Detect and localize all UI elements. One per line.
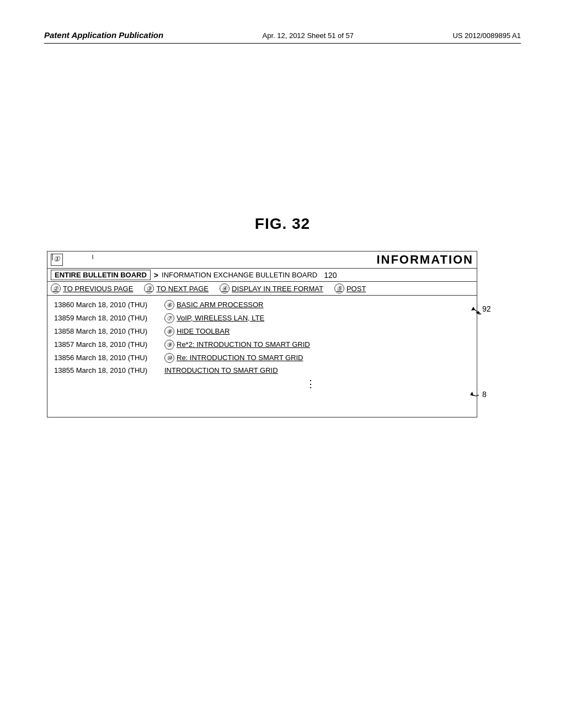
item-title-2: VoIP, WIRELESS LAN, LTE — [177, 314, 264, 322]
entire-bulletin-board-button[interactable]: ENTIRE BULLETIN BOARD — [51, 270, 151, 280]
list-item: 13859 March 18, 2010 (THU) ⑦ VoIP, WIREL… — [54, 313, 470, 323]
toolbar-post-label: POST — [347, 285, 366, 293]
toolbar-num-2: ② — [51, 283, 61, 293]
list-item: 13856 March 18, 2010 (THU) ⑩ Re: INTRODU… — [54, 353, 470, 363]
nav-icon-1[interactable]: ① — [51, 254, 63, 266]
patent-number: US 2012/0089895 A1 — [452, 31, 521, 40]
item-link-5[interactable]: ⑩ Re: INTRODUCTION TO SMART GRID — [164, 353, 303, 363]
item-date-1: 13860 March 18, 2010 (THU) — [54, 301, 164, 309]
item-num-9: ⑨ — [164, 340, 174, 350]
item-title-1: BASIC ARM PROCESSOR — [177, 301, 263, 309]
toolbar-row: ② TO PREVIOUS PAGE ③ TO NEXT PAGE ④ DISP… — [47, 282, 477, 296]
ellipsis-indicator: ⋮ — [54, 378, 470, 390]
item-link-1[interactable]: ⑥ BASIC ARM PROCESSOR — [164, 300, 263, 310]
item-date-5: 13856 March 18, 2010 (THU) — [54, 354, 164, 362]
item-num-6: ⑥ — [164, 300, 174, 310]
toolbar-prev-label: TO PREVIOUS PAGE — [63, 285, 133, 293]
item-link-3[interactable]: ⑧ HIDE TOOLBAR — [164, 326, 230, 336]
toolbar-num-3: ③ — [144, 283, 154, 293]
toolbar-tree-label: DISPLAY IN TREE FORMAT — [232, 285, 323, 293]
svg-text:8: 8 — [482, 390, 487, 399]
item-date-3: 13858 March 18, 2010 (THU) — [54, 327, 164, 335]
breadcrumb-separator: > — [154, 271, 158, 280]
ui-diagram-box: ① INFORMATION ENTIRE BULLETIN BOARD > IN… — [47, 251, 477, 417]
item-date-2: 13859 March 18, 2010 (THU) — [54, 314, 164, 322]
item-title-3: HIDE TOOLBAR — [177, 327, 230, 335]
toolbar-tree-format[interactable]: ④ DISPLAY IN TREE FORMAT — [220, 283, 323, 293]
item-date-4: 13857 March 18, 2010 (THU) — [54, 340, 164, 349]
svg-text:92: 92 — [482, 304, 491, 313]
item-title-6: INTRODUCTION TO SMART GRID — [164, 366, 278, 374]
content-area: 13860 March 18, 2010 (THU) ⑥ BASIC ARM P… — [47, 296, 477, 417]
item-title-4: Re*2: INTRODUCTION TO SMART GRID — [177, 340, 310, 349]
list-item: 13855 March 18, 2010 (THU) INTRODUCTION … — [54, 366, 470, 374]
item-num-7: ⑦ — [164, 313, 174, 323]
item-link-6[interactable]: INTRODUCTION TO SMART GRID — [164, 366, 278, 374]
figure-title: FIG. 32 — [0, 215, 565, 233]
toolbar-next-label: TO NEXT PAGE — [156, 285, 209, 293]
item-num-10: ⑩ — [164, 353, 174, 363]
sheet-info: Apr. 12, 2012 Sheet 51 of 57 — [262, 31, 354, 40]
item-link-2[interactable]: ⑦ VoIP, WIRELESS LAN, LTE — [164, 313, 264, 323]
toolbar-post[interactable]: ⑤ POST — [334, 283, 366, 293]
toolbar-next-page[interactable]: ③ TO NEXT PAGE — [144, 283, 209, 293]
toolbar-prev-page[interactable]: ② TO PREVIOUS PAGE — [51, 283, 133, 293]
ref-label-120-right: 120 — [324, 271, 337, 280]
item-date-6: 13855 March 18, 2010 (THU) — [54, 366, 164, 374]
breadcrumb-current: INFORMATION EXCHANGE BULLETIN BOARD — [162, 271, 317, 279]
item-num-8: ⑧ — [164, 326, 174, 336]
item-link-4[interactable]: ⑨ Re*2: INTRODUCTION TO SMART GRID — [164, 340, 310, 350]
ui-topbar: ① INFORMATION — [47, 251, 477, 269]
ui-page-title: INFORMATION — [67, 254, 473, 266]
breadcrumb-row: ENTIRE BULLETIN BOARD > INFORMATION EXCH… — [47, 269, 477, 282]
page-header: Patent Application Publication Apr. 12, … — [44, 30, 521, 44]
list-item: 13860 March 18, 2010 (THU) ⑥ BASIC ARM P… — [54, 300, 470, 310]
toolbar-num-4: ④ — [220, 283, 230, 293]
toolbar-num-5: ⑤ — [334, 283, 344, 293]
list-item: 13858 March 18, 2010 (THU) ⑧ HIDE TOOLBA… — [54, 326, 470, 336]
list-item: 13857 March 18, 2010 (THU) ⑨ Re*2: INTRO… — [54, 340, 470, 350]
item-title-5: Re: INTRODUCTION TO SMART GRID — [177, 354, 303, 362]
publication-label: Patent Application Publication — [44, 30, 163, 40]
